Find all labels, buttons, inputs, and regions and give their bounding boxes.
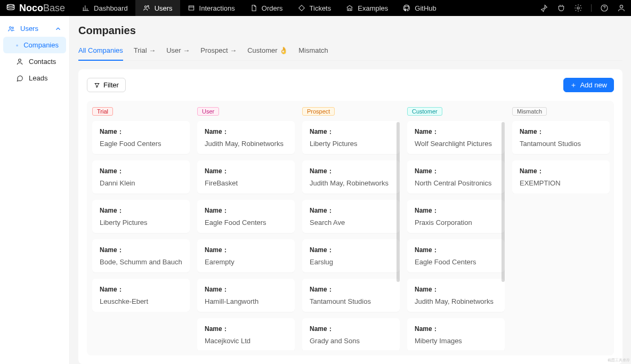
- card-field-value: Bode, Schumm and Bauch: [100, 258, 182, 266]
- card-field-value: North Central Positronics: [415, 179, 497, 187]
- pushpin-icon[interactable]: [540, 4, 548, 12]
- tab-trial-[interactable]: Trial →: [134, 42, 156, 60]
- card-field-value: Eagle Food Centers: [205, 219, 287, 227]
- scrollbar[interactable]: [397, 122, 400, 282]
- tab-customer-[interactable]: Customer 👌: [247, 42, 288, 60]
- file-icon: [250, 4, 257, 12]
- sidebar-parent-users[interactable]: Users: [0, 20, 69, 37]
- sidebar-item-leads[interactable]: Leads: [0, 70, 69, 86]
- column-header: Mismatch: [512, 106, 610, 116]
- nav-label: GitHub: [415, 4, 436, 12]
- filter-button[interactable]: Filter: [87, 78, 126, 92]
- card-field-label: Name：: [310, 127, 392, 136]
- company-card[interactable]: Name：FireBasket: [197, 160, 295, 193]
- column-header: Trial: [92, 106, 190, 116]
- company-card[interactable]: Name：EXEMPTION: [512, 160, 610, 193]
- logo-icon: [5, 3, 16, 13]
- logo[interactable]: NocoBase: [5, 3, 65, 14]
- plugin-icon[interactable]: [557, 4, 565, 12]
- card-field-value: FireBasket: [205, 179, 287, 187]
- top-nav: DashboardUsersInteractionsOrdersTicketsE…: [75, 0, 444, 16]
- company-card[interactable]: Name：Eagle Food Centers: [407, 239, 505, 272]
- card-field-label: Name：: [205, 325, 287, 334]
- card-field-label: Name：: [205, 206, 287, 215]
- nav-examples[interactable]: Examples: [338, 0, 395, 16]
- card-field-label: Name：: [100, 167, 182, 176]
- nav-label: Dashboard: [94, 4, 128, 12]
- nav-label: Examples: [358, 4, 388, 12]
- window-icon: [188, 4, 195, 12]
- card-field-label: Name：: [520, 167, 602, 176]
- gear-icon[interactable]: [574, 4, 583, 12]
- tab-prospect-[interactable]: Prospect →: [200, 42, 237, 60]
- page-title: Companies: [78, 25, 622, 37]
- nav-label: Users: [155, 4, 173, 12]
- column-tag: Mismatch: [512, 107, 547, 116]
- tab-user-[interactable]: User →: [166, 42, 190, 60]
- nav-dashboard[interactable]: Dashboard: [75, 0, 135, 16]
- company-card[interactable]: Name：Tantamount Studios: [512, 121, 610, 154]
- scrollbar[interactable]: [501, 122, 505, 282]
- nav-users[interactable]: Users: [135, 0, 180, 16]
- users-icon: [143, 4, 150, 12]
- card-field-label: Name：: [520, 127, 602, 136]
- card-field-label: Name：: [205, 127, 287, 136]
- column-header: Prospect: [302, 106, 400, 116]
- card-field-value: Judith May, Robinetworks: [415, 297, 497, 305]
- column-tag: Prospect: [302, 107, 335, 116]
- tab-all-companies[interactable]: All Companies: [78, 42, 123, 61]
- company-card[interactable]: Name：Macejkovic Ltd: [197, 318, 295, 350]
- company-card[interactable]: Name：Liberty Pictures: [92, 200, 190, 233]
- nav-interactions[interactable]: Interactions: [180, 0, 242, 16]
- nav-label: Tickets: [310, 4, 331, 12]
- card-field-value: Grady and Sons: [310, 337, 392, 345]
- nav-github[interactable]: GitHub: [395, 0, 443, 16]
- card-field-label: Name：: [100, 285, 182, 294]
- user-icon[interactable]: [617, 4, 626, 12]
- card-field-value: Tantamount Studios: [520, 140, 602, 148]
- company-card[interactable]: Name：Earslug: [302, 239, 400, 272]
- filter-label: Filter: [103, 81, 119, 89]
- svg-point-2: [620, 5, 622, 8]
- chart-icon: [82, 4, 90, 12]
- company-card[interactable]: Name：Praxis Corporation: [407, 200, 505, 233]
- company-card[interactable]: Name：Wolf Searchlight Pictures: [407, 121, 505, 154]
- card-field-label: Name：: [100, 206, 182, 215]
- sidebar-item-companies[interactable]: Companies: [3, 37, 66, 53]
- nav-label: Interactions: [199, 4, 235, 12]
- card-field-label: Name：: [205, 167, 287, 176]
- card-field-value: Danni Klein: [100, 179, 182, 187]
- company-card[interactable]: Name：Judith May, Robinetworks: [197, 121, 295, 154]
- company-card[interactable]: Name：Bode, Schumm and Bauch: [92, 239, 190, 272]
- company-card[interactable]: Name：Eagle Food Centers: [197, 200, 295, 233]
- add-new-button[interactable]: Add new: [563, 78, 614, 92]
- kanban-column-user: UserName：Judith May, RobinetworksName：Fi…: [197, 106, 295, 350]
- company-card[interactable]: Name：North Central Positronics: [407, 160, 505, 193]
- sidebar-parent-label: Users: [20, 25, 38, 33]
- company-card[interactable]: Name：Hamill-Langworth: [197, 279, 295, 312]
- nav-orders[interactable]: Orders: [242, 0, 290, 16]
- kanban-column-mismatch: MismatchName：Tantamount StudiosName：EXEM…: [512, 106, 610, 350]
- company-card[interactable]: Name：Earempty: [197, 239, 295, 272]
- company-card[interactable]: Name：Judith May, Robinetworks: [302, 160, 400, 193]
- tab-mismatch[interactable]: Mismatch: [298, 42, 328, 60]
- company-card[interactable]: Name：Tantamount Studios: [302, 279, 400, 312]
- chevron-up-icon: [54, 25, 62, 33]
- company-card[interactable]: Name：Search Ave: [302, 200, 400, 233]
- company-card[interactable]: Name：Eagle Food Centers: [92, 121, 190, 154]
- nav-tickets[interactable]: Tickets: [290, 0, 339, 16]
- company-card[interactable]: Name：Danni Klein: [92, 160, 190, 193]
- card-field-value: Eagle Food Centers: [100, 140, 182, 148]
- company-card[interactable]: Name：Grady and Sons: [302, 318, 400, 350]
- company-card[interactable]: Name：Leuschke-Ebert: [92, 279, 190, 312]
- sidebar-item-contacts[interactable]: Contacts: [0, 53, 69, 70]
- card-field-label: Name：: [415, 285, 497, 294]
- company-card[interactable]: Name：Liberty Pictures: [302, 121, 400, 154]
- plus-icon: [570, 82, 577, 88]
- column-tag: Trial: [92, 107, 113, 116]
- card-field-value: Judith May, Robinetworks: [205, 140, 287, 148]
- company-card[interactable]: Name：Judith May, Robinetworks: [407, 279, 505, 312]
- help-icon[interactable]: [600, 4, 609, 12]
- column-header: Customer: [407, 106, 505, 116]
- company-card[interactable]: Name：Miberty Images: [407, 318, 505, 350]
